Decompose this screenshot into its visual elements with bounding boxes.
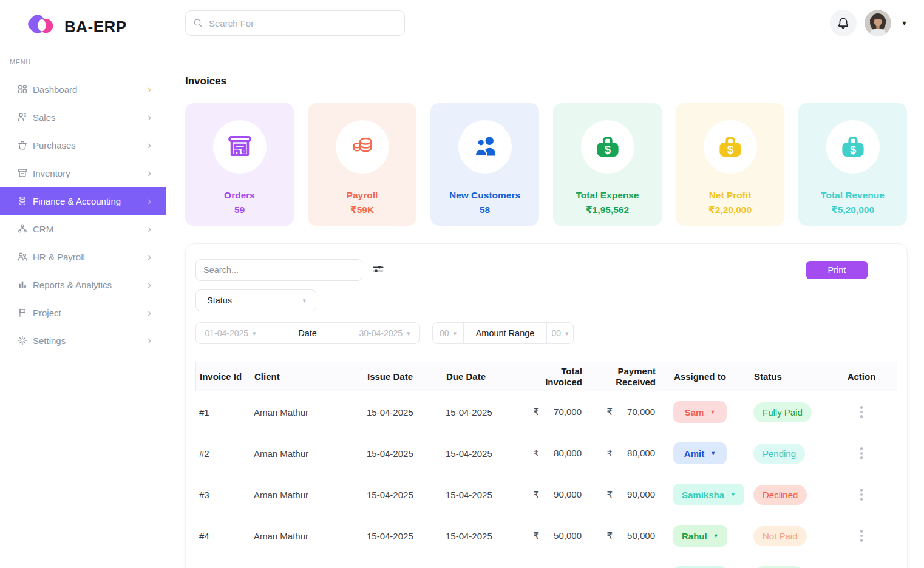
assigned-to-dropdown[interactable]: Amit ▼	[673, 442, 727, 464]
sidebar-item[interactable]: $ Sales ›	[0, 103, 166, 131]
notifications-button[interactable]	[830, 10, 857, 36]
dashboard-icon	[17, 84, 28, 95]
sidebar-item-label: Finance & Accounting	[33, 196, 148, 206]
status-filter-label: Status	[207, 296, 302, 305]
table-row: #1 Aman Mathur 15-04-2025 15-04-2025 ₹ 7…	[195, 391, 897, 433]
stat-value: 58	[480, 203, 490, 217]
sidebar-item[interactable]: Purchases ›	[0, 131, 166, 159]
stat-card: Orders 59	[185, 103, 294, 226]
menu-section-label: MENU	[10, 58, 166, 66]
cell-total-invoiced: ₹ 90,000	[523, 489, 592, 500]
range-filters-row: 01-04-2025 ▾ Date 30-04-2025 ▾ 00 ▾ Amou…	[195, 322, 897, 344]
chevron-right-icon: ›	[148, 195, 151, 206]
assigned-to-dropdown[interactable]: Samiksha ▼	[673, 484, 744, 505]
date-to-value: 30-04-2025	[359, 328, 403, 338]
date-range-filter: 01-04-2025 ▾ Date 30-04-2025 ▾	[195, 322, 420, 344]
cell-invoice-id: #3	[195, 490, 251, 500]
chevron-right-icon: ›	[148, 112, 151, 123]
stat-value: 59	[234, 203, 245, 217]
sidebar-item[interactable]: Dashboard ›	[0, 75, 166, 103]
chevron-right-icon: ›	[148, 84, 151, 95]
crm-icon	[17, 223, 28, 234]
total-invoiced-amount: 50,000	[554, 530, 582, 541]
sales-icon: $	[17, 112, 28, 123]
assigned-to-dropdown[interactable]: Sam ▼	[673, 401, 727, 423]
rupee-symbol: ₹	[607, 530, 613, 541]
rupee-symbol: ₹	[534, 530, 540, 541]
status-badge: Pending	[753, 444, 805, 464]
assigned-to-name: Amit	[684, 448, 704, 459]
amount-min-select[interactable]: 00 ▾	[433, 323, 463, 343]
sidebar-item[interactable]: Inventory ›	[0, 159, 166, 187]
chevron-down-icon: ▼	[710, 409, 715, 415]
cell-assigned-to: Samiksha ▼	[665, 484, 744, 505]
rupee-symbol: ₹	[607, 448, 613, 459]
money-bag-icon: $	[581, 120, 634, 174]
sidebar-item[interactable]: Finance & Accounting ›	[0, 187, 166, 215]
kebab-menu-icon	[860, 447, 863, 450]
cell-client: Aman Mathur	[251, 490, 364, 500]
cell-due-date: 15-04-2025	[443, 490, 523, 500]
payment-received-amount: 80,000	[627, 448, 655, 459]
status-filter-select[interactable]: Status ▾	[195, 289, 316, 311]
money-bag-icon: $	[826, 120, 880, 174]
hr-icon	[17, 251, 28, 262]
finance-icon	[17, 195, 28, 206]
row-actions-menu[interactable]	[839, 447, 897, 459]
row-actions-menu[interactable]	[839, 530, 897, 542]
cell-payment-received: ₹ 70,000	[592, 407, 665, 418]
global-search-input[interactable]	[185, 10, 405, 36]
chevron-right-icon: ›	[148, 140, 151, 150]
print-button[interactable]: Print	[806, 261, 868, 279]
svg-text:$: $	[727, 144, 733, 156]
cell-issue-date: 15-04-2025	[364, 407, 443, 418]
kebab-menu-icon	[860, 489, 863, 492]
sidebar-item[interactable]: HR & Payroll ›	[0, 243, 166, 271]
table-search-input[interactable]	[195, 259, 362, 281]
chevron-down-icon: ▼	[713, 533, 719, 539]
user-menu-chevron-icon[interactable]: ▼	[901, 19, 908, 27]
money-bag-icon: $	[704, 120, 757, 174]
cell-client: Aman Mathur	[251, 531, 364, 541]
filter-sliders-icon[interactable]	[372, 263, 385, 277]
table-header: Invoice Id Client Issue Date Due Date To…	[195, 362, 897, 391]
date-to-select[interactable]: 30-04-2025 ▾	[350, 323, 419, 343]
user-avatar[interactable]	[865, 10, 891, 36]
amount-min-value: 00	[440, 328, 449, 338]
table-search	[195, 259, 362, 281]
assigned-to-name: Rahul	[682, 531, 707, 541]
row-actions-menu[interactable]	[839, 489, 897, 501]
col-header-issue-date: Issue Date	[365, 371, 444, 382]
project-icon	[17, 307, 28, 318]
sidebar-item-label: Sales	[33, 112, 148, 123]
panel-toolbar: Print	[195, 259, 897, 281]
cell-due-date: 15-04-2025	[443, 407, 523, 418]
chevron-down-icon: ▾	[454, 330, 457, 337]
sidebar-item[interactable]: Reports & Analytics ›	[0, 271, 166, 299]
amount-range-filter: 00 ▾ Amount Range 00 ▾	[432, 322, 574, 344]
cell-status: Declined	[744, 485, 839, 505]
people-icon	[458, 120, 512, 174]
sidebar-item[interactable]: Project ›	[0, 299, 166, 326]
settings-icon	[17, 335, 28, 346]
search-icon	[192, 18, 203, 29]
rupee-symbol: ₹	[534, 489, 540, 500]
main-content: ▼ Invoices Orders 59 Payroll ₹59K New Cu…	[166, 0, 924, 568]
cell-assigned-to: Sam ▼	[665, 401, 744, 423]
date-from-select[interactable]: 01-04-2025 ▾	[196, 323, 265, 343]
cell-issue-date: 15-04-2025	[364, 531, 443, 541]
sidebar-item[interactable]: CRM ›	[0, 215, 166, 243]
assigned-to-dropdown[interactable]: Rahul ▼	[673, 525, 727, 547]
total-invoiced-amount: 80,000	[554, 448, 582, 459]
sidebar-item-label: Settings	[33, 336, 148, 346]
row-actions-menu[interactable]	[839, 406, 897, 418]
amount-max-select[interactable]: 00 ▾	[546, 323, 573, 343]
svg-text:$: $	[24, 113, 26, 117]
cell-invoice-id: #2	[195, 448, 251, 459]
payment-received-amount: 50,000	[627, 530, 655, 541]
reports-icon	[17, 279, 28, 290]
cell-client: Aman Mathur	[251, 448, 364, 459]
table-row: ₹ ₹ ▼	[195, 556, 897, 568]
sidebar-item[interactable]: Settings ›	[0, 326, 166, 354]
cell-status: Pending	[744, 444, 839, 464]
